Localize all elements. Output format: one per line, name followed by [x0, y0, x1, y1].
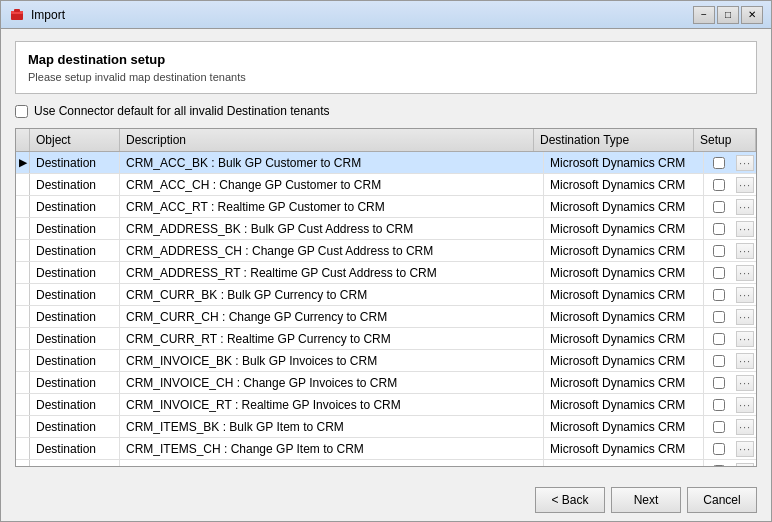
setup-checkbox[interactable]	[713, 377, 725, 389]
back-button[interactable]: < Back	[535, 487, 605, 513]
row-menu[interactable]: ···	[734, 152, 756, 173]
row-menu[interactable]: ···	[734, 218, 756, 239]
row-description: CRM_ADDRESS_RT : Realtime GP Cust Addres…	[120, 262, 544, 283]
row-menu[interactable]: ···	[734, 240, 756, 261]
setup-checkbox[interactable]	[713, 333, 725, 345]
row-setup	[704, 174, 734, 195]
row-marker	[16, 328, 30, 349]
menu-dots-icon[interactable]: ···	[736, 177, 754, 193]
connector-default-label: Use Connector default for all invalid De…	[34, 104, 330, 118]
table-row[interactable]: Destination CRM_ADDRESS_CH : Change GP C…	[16, 240, 756, 262]
row-dest-type: Microsoft Dynamics CRM	[544, 262, 704, 283]
close-button[interactable]: ✕	[741, 6, 763, 24]
row-setup	[704, 284, 734, 305]
setup-checkbox[interactable]	[713, 179, 725, 191]
setup-checkbox[interactable]	[713, 421, 725, 433]
table-row[interactable]: Destination CRM_ITEMS_BK : Bulk GP Item …	[16, 416, 756, 438]
menu-dots-icon[interactable]: ···	[736, 287, 754, 303]
window-icon	[9, 7, 25, 23]
col-scroll	[740, 129, 756, 151]
table-row[interactable]: Destination CRM_ITEMS_CH : Change GP Ite…	[16, 438, 756, 460]
row-menu[interactable]: ···	[734, 174, 756, 195]
table-row[interactable]: Destination CRM_CURR_BK : Bulk GP Curren…	[16, 284, 756, 306]
menu-dots-icon[interactable]: ···	[736, 331, 754, 347]
setup-checkbox[interactable]	[713, 465, 725, 467]
footer: < Back Next Cancel	[1, 479, 771, 521]
row-setup	[704, 262, 734, 283]
table-row[interactable]: Destination CRM_ACC_CH : Change GP Custo…	[16, 174, 756, 196]
table-row[interactable]: ▶ Destination CRM_ACC_BK : Bulk GP Custo…	[16, 152, 756, 174]
content-area: Map destination setup Please setup inval…	[1, 29, 771, 479]
menu-dots-icon[interactable]: ···	[736, 353, 754, 369]
menu-dots-icon[interactable]: ···	[736, 419, 754, 435]
setup-checkbox[interactable]	[713, 443, 725, 455]
row-menu[interactable]: ···	[734, 394, 756, 415]
table-row[interactable]: Destination CRM_ITEMS_RT : Realtime GP I…	[16, 460, 756, 466]
row-setup	[704, 196, 734, 217]
row-menu[interactable]: ···	[734, 460, 756, 466]
row-menu[interactable]: ···	[734, 372, 756, 393]
row-object: Destination	[30, 372, 120, 393]
setup-checkbox[interactable]	[713, 399, 725, 411]
svg-rect-2	[14, 9, 20, 12]
table-row[interactable]: Destination CRM_INVOICE_RT : Realtime GP…	[16, 394, 756, 416]
table-row[interactable]: Destination CRM_ACC_RT : Realtime GP Cus…	[16, 196, 756, 218]
table-row[interactable]: Destination CRM_ADDRESS_RT : Realtime GP…	[16, 262, 756, 284]
row-marker	[16, 284, 30, 305]
import-window: Import − □ ✕ Map destination setup Pleas…	[0, 0, 772, 522]
row-dest-type: Microsoft Dynamics CRM	[544, 196, 704, 217]
table-row[interactable]: Destination CRM_INVOICE_BK : Bulk GP Inv…	[16, 350, 756, 372]
setup-checkbox[interactable]	[713, 267, 725, 279]
menu-dots-icon[interactable]: ···	[736, 375, 754, 391]
row-object: Destination	[30, 416, 120, 437]
header-subtitle: Please setup invalid map destination ten…	[28, 71, 744, 83]
connector-default-checkbox[interactable]	[15, 105, 28, 118]
setup-checkbox[interactable]	[713, 157, 725, 169]
row-marker	[16, 416, 30, 437]
row-menu[interactable]: ···	[734, 262, 756, 283]
menu-dots-icon[interactable]: ···	[736, 243, 754, 259]
row-object: Destination	[30, 460, 120, 466]
menu-dots-icon[interactable]: ···	[736, 463, 754, 467]
col-dest-type: Destination Type	[534, 129, 694, 151]
setup-checkbox[interactable]	[713, 311, 725, 323]
menu-dots-icon[interactable]: ···	[736, 309, 754, 325]
menu-dots-icon[interactable]: ···	[736, 397, 754, 413]
row-description: CRM_ACC_CH : Change GP Customer to CRM	[120, 174, 544, 195]
row-object: Destination	[30, 240, 120, 261]
row-menu[interactable]: ···	[734, 284, 756, 305]
table-row[interactable]: Destination CRM_CURR_RT : Realtime GP Cu…	[16, 328, 756, 350]
menu-dots-icon[interactable]: ···	[736, 199, 754, 215]
table-row[interactable]: Destination CRM_INVOICE_CH : Change GP I…	[16, 372, 756, 394]
menu-dots-icon[interactable]: ···	[736, 441, 754, 457]
menu-dots-icon[interactable]: ···	[736, 265, 754, 281]
window-controls: − □ ✕	[693, 6, 763, 24]
minimize-button[interactable]: −	[693, 6, 715, 24]
row-setup	[704, 372, 734, 393]
setup-checkbox[interactable]	[713, 289, 725, 301]
row-marker	[16, 438, 30, 459]
row-menu[interactable]: ···	[734, 350, 756, 371]
table-row[interactable]: Destination CRM_ADDRESS_BK : Bulk GP Cus…	[16, 218, 756, 240]
row-description: CRM_INVOICE_BK : Bulk GP Invoices to CRM	[120, 350, 544, 371]
row-menu[interactable]: ···	[734, 328, 756, 349]
next-button[interactable]: Next	[611, 487, 681, 513]
maximize-button[interactable]: □	[717, 6, 739, 24]
row-description: CRM_INVOICE_RT : Realtime GP Invoices to…	[120, 394, 544, 415]
setup-checkbox[interactable]	[713, 201, 725, 213]
row-menu[interactable]: ···	[734, 306, 756, 327]
row-marker	[16, 306, 30, 327]
menu-dots-icon[interactable]: ···	[736, 221, 754, 237]
menu-dots-icon[interactable]: ···	[736, 155, 754, 171]
table-rows[interactable]: ▶ Destination CRM_ACC_BK : Bulk GP Custo…	[16, 152, 756, 466]
row-object: Destination	[30, 262, 120, 283]
row-menu[interactable]: ···	[734, 196, 756, 217]
setup-checkbox[interactable]	[713, 245, 725, 257]
cancel-button[interactable]: Cancel	[687, 487, 757, 513]
row-menu[interactable]: ···	[734, 416, 756, 437]
setup-checkbox[interactable]	[713, 223, 725, 235]
setup-checkbox[interactable]	[713, 355, 725, 367]
row-setup	[704, 460, 734, 466]
table-row[interactable]: Destination CRM_CURR_CH : Change GP Curr…	[16, 306, 756, 328]
row-menu[interactable]: ···	[734, 438, 756, 459]
